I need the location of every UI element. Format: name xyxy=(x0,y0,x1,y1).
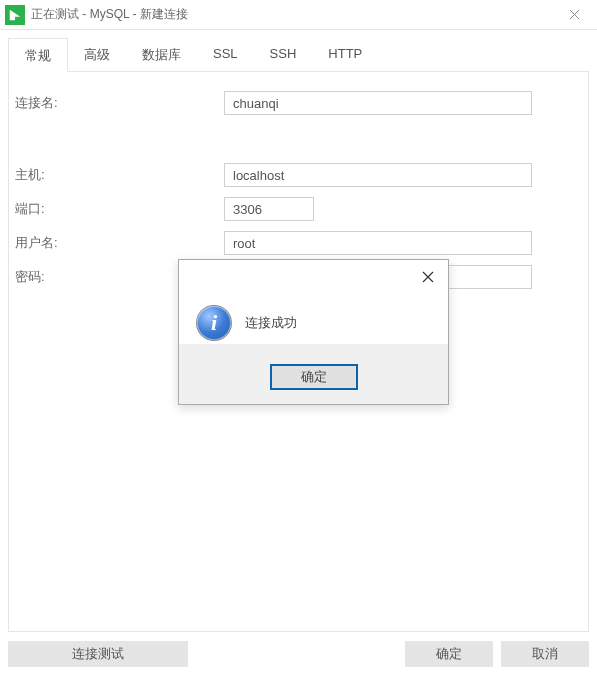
message-dialog-text: 连接成功 xyxy=(245,315,297,332)
tab-general[interactable]: 常规 xyxy=(8,38,68,72)
message-dialog: i 连接成功 确定 xyxy=(178,259,449,405)
label-host: 主机: xyxy=(9,166,224,184)
info-icon: i xyxy=(197,306,231,340)
window-close-button[interactable] xyxy=(551,0,597,30)
tab-ssh[interactable]: SSH xyxy=(254,38,313,71)
test-connection-button[interactable]: 连接测试 xyxy=(8,641,188,667)
label-user: 用户名: xyxy=(9,234,224,252)
tab-strip: 常规 高级 数据库 SSL SSH HTTP xyxy=(8,38,589,72)
cancel-button[interactable]: 取消 xyxy=(501,641,589,667)
close-icon xyxy=(422,271,434,283)
tab-ssl[interactable]: SSL xyxy=(197,38,254,71)
dialog-button-row: 连接测试 确定 取消 xyxy=(8,632,589,667)
tab-http[interactable]: HTTP xyxy=(312,38,378,71)
tab-database[interactable]: 数据库 xyxy=(126,38,197,71)
window-title: 正在测试 - MySQL - 新建连接 xyxy=(31,6,551,23)
message-dialog-body: i 连接成功 xyxy=(179,294,448,344)
message-dialog-titlebar xyxy=(179,260,448,294)
row-host: 主机: xyxy=(9,162,570,188)
input-connection-name[interactable] xyxy=(224,91,532,115)
label-port: 端口: xyxy=(9,200,224,218)
titlebar: 正在测试 - MySQL - 新建连接 xyxy=(0,0,597,30)
spacer xyxy=(196,641,397,667)
input-host[interactable] xyxy=(224,163,532,187)
label-connection-name: 连接名: xyxy=(9,94,224,112)
input-port[interactable] xyxy=(224,197,314,221)
tab-advanced[interactable]: 高级 xyxy=(68,38,126,71)
close-icon xyxy=(569,9,580,20)
ok-button[interactable]: 确定 xyxy=(405,641,493,667)
row-port: 端口: xyxy=(9,196,570,222)
app-icon xyxy=(5,5,25,25)
input-user[interactable] xyxy=(224,231,532,255)
message-dialog-close-button[interactable] xyxy=(408,260,448,294)
message-dialog-ok-button[interactable]: 确定 xyxy=(270,364,358,390)
row-user: 用户名: xyxy=(9,230,570,256)
row-connection-name: 连接名: xyxy=(9,90,570,116)
message-dialog-buttons: 确定 xyxy=(179,344,448,404)
